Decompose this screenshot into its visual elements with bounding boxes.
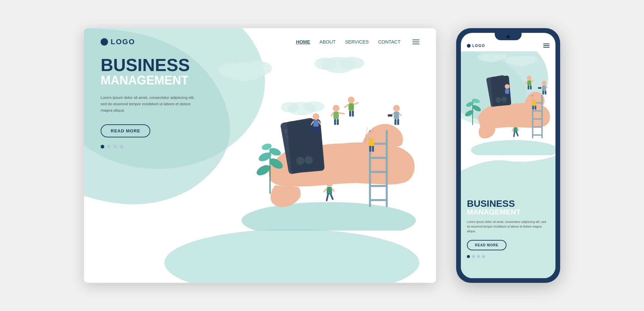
svg-rect-33 [369,185,388,187]
svg-line-124 [518,128,519,130]
svg-point-77 [478,54,490,61]
svg-rect-19 [287,119,325,173]
svg-point-35 [348,97,355,103]
dot-2 [107,145,111,148]
svg-line-123 [512,128,514,131]
desktop-title-main: BUSINESS [101,56,208,74]
phone-title-main: BUSINESS [467,199,549,208]
nav-contact[interactable]: CONTACT [378,39,400,45]
phone-dot-4 [482,255,485,258]
svg-point-78 [493,53,506,60]
svg-rect-110 [545,90,546,95]
svg-rect-114 [508,94,509,98]
svg-rect-47 [397,119,399,125]
svg-point-54 [368,132,375,138]
phone-dot-1 [467,255,470,258]
desktop-title-sub: MANAGEMENT [101,74,208,86]
phone-outer: LOGO [456,28,560,283]
svg-point-98 [527,76,532,80]
phone-bottom-section: BUSINESS MANAGEMENT Lorem ipsum dolor si… [461,144,555,278]
svg-point-75 [522,56,538,64]
svg-rect-109 [542,90,544,95]
svg-point-121 [513,123,518,127]
svg-line-126 [517,132,518,136]
nav-about[interactable]: ABOUT [320,39,336,45]
svg-rect-96 [532,126,543,128]
phone-illustration [461,51,555,155]
logo-text: LOGO [111,38,135,46]
svg-rect-58 [369,146,371,152]
svg-point-41 [393,105,400,112]
dot-4 [120,145,123,148]
svg-rect-102 [528,85,529,89]
svg-rect-32 [369,171,388,173]
mobile-mockup-wrapper: LOGO [456,28,560,283]
desktop-read-more-button[interactable]: READ MORE [101,124,150,137]
phone-logo-area: LOGO [467,44,485,48]
svg-rect-39 [349,111,351,117]
svg-rect-112 [505,89,509,94]
svg-rect-99 [527,80,531,85]
logo-dot-icon [101,38,108,46]
svg-rect-40 [352,111,354,117]
nav-home[interactable]: HOME [296,39,310,45]
dot-3 [113,145,117,148]
phone-header: LOGO [461,42,555,48]
main-container: LOGO HOME ABOUT SERVICES CONTACT BUSINES… [37,28,607,283]
svg-rect-61 [327,187,332,194]
svg-rect-113 [505,94,507,98]
svg-rect-92 [541,95,543,138]
svg-rect-122 [514,127,518,132]
svg-rect-103 [530,85,532,89]
svg-point-66 [333,105,339,112]
desktop-mockup: LOGO HOME ABOUT SERVICES CONTACT BUSINES… [84,28,436,283]
desktop-nav: HOME ABOUT SERVICES CONTACT [296,39,419,45]
svg-point-104 [542,81,546,85]
phone-logo-text: LOGO [472,44,485,48]
desktop-left-panel: BUSINESS MANAGEMENT Lorem ipsum dolor si… [101,56,208,224]
svg-rect-119 [532,106,534,110]
phone-text-area: BUSINESS MANAGEMENT Lorem ipsum dolor si… [467,199,549,258]
desktop-content: BUSINESS MANAGEMENT Lorem ipsum dolor si… [84,46,436,224]
svg-rect-67 [333,112,339,119]
svg-rect-94 [532,110,543,112]
svg-rect-52 [312,127,315,131]
svg-line-65 [331,194,333,199]
svg-line-63 [332,189,334,191]
phone-dot-2 [472,255,475,258]
svg-line-64 [327,194,328,200]
desktop-illustration [215,56,419,224]
nav-services[interactable]: SERVICES [345,39,369,45]
svg-rect-120 [535,106,536,110]
svg-point-11 [241,202,416,231]
logo-area: LOGO [101,38,135,46]
svg-rect-70 [334,119,336,125]
phone-camera-icon [506,35,510,39]
svg-point-1 [164,229,419,283]
svg-rect-29 [386,130,388,207]
hamburger-menu-icon[interactable] [413,40,419,44]
svg-rect-46 [394,119,396,125]
phone-pagination-dots [467,255,549,258]
phone-inner: LOGO [461,33,555,278]
svg-rect-49 [313,120,319,127]
svg-line-38 [354,103,358,105]
svg-line-125 [514,132,515,136]
phone-hamburger-icon[interactable] [543,44,549,48]
phone-description: Lorem ipsum dolor sit amet, consectetur … [467,220,549,234]
svg-line-68 [331,113,333,116]
svg-line-37 [344,105,348,107]
svg-point-60 [326,180,333,187]
svg-line-45 [399,113,401,116]
svg-point-48 [313,113,319,120]
phone-read-more-button[interactable]: READ MORE [467,240,506,250]
svg-line-69 [339,113,344,114]
svg-rect-42 [394,112,399,119]
svg-point-115 [532,96,536,101]
svg-rect-105 [542,85,546,90]
svg-rect-107 [538,87,541,89]
svg-rect-36 [348,103,354,111]
svg-rect-59 [372,146,374,152]
svg-rect-34 [369,199,388,201]
phone-logo-dot-icon [467,44,471,48]
